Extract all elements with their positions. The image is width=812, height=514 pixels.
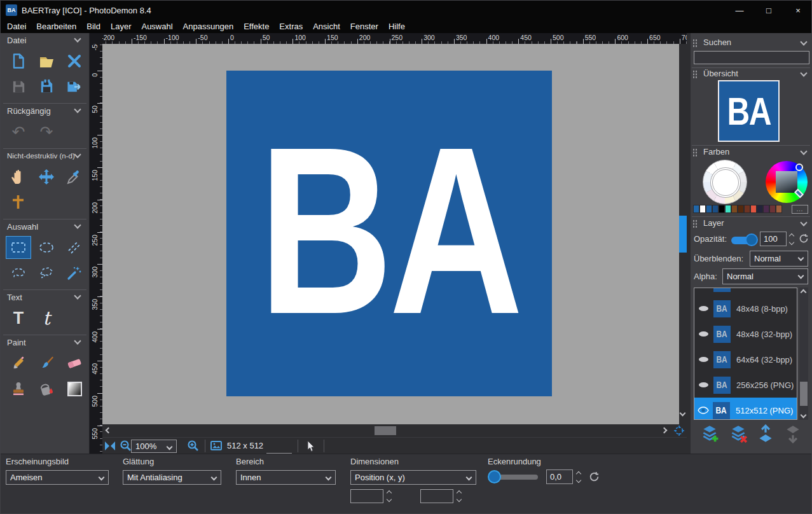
color-picker-tool-button[interactable] <box>62 165 87 188</box>
magic-wand-tool-button[interactable] <box>62 261 87 284</box>
scroll-down-icon[interactable] <box>680 410 686 417</box>
section-file-header[interactable]: Datei <box>3 33 86 47</box>
corner-rounding-slider-knob[interactable] <box>488 470 501 483</box>
corner-rounding-input[interactable]: 0,0 <box>546 469 573 484</box>
drag-grip-icon[interactable] <box>692 39 698 48</box>
advanced-text-tool-button[interactable]: t <box>34 307 59 330</box>
scroll-left-icon[interactable] <box>106 427 112 434</box>
rect-select-tool-button[interactable] <box>6 236 31 259</box>
position-x-input[interactable] <box>350 489 383 503</box>
canvas-viewport[interactable]: BA <box>102 44 679 424</box>
color-swatch[interactable] <box>744 205 750 213</box>
section-text-header[interactable]: Text <box>3 290 86 304</box>
opacity-slider-knob[interactable] <box>745 233 758 246</box>
corner-rounding-reset-icon[interactable] <box>589 471 600 482</box>
color-swatch[interactable] <box>757 205 763 213</box>
eye-closed-icon[interactable] <box>699 382 708 387</box>
dimensions-dropdown[interactable]: Position (x, y) <box>350 470 476 485</box>
scroll-right-icon[interactable] <box>661 427 668 434</box>
more-colors-button[interactable]: ... <box>792 205 808 214</box>
save-as-button[interactable] <box>34 75 59 98</box>
layer-list-scrollbar[interactable] <box>799 288 808 420</box>
color-swatch[interactable] <box>725 205 731 213</box>
layer-list[interactable]: BA BA 48x48 (8-bpp) BA 48x48 (32-bpp) BA… <box>694 288 797 420</box>
new-image-button[interactable] <box>6 50 31 73</box>
layer-row[interactable]: BA 64x64 (32-bpp) <box>694 347 797 372</box>
menu-fenster[interactable]: Fenster <box>345 22 383 31</box>
center-canvas-icon[interactable] <box>673 425 685 436</box>
area-dropdown[interactable]: Innen <box>236 470 336 485</box>
line-select-tool-button[interactable] <box>62 236 87 259</box>
section-undo-header[interactable]: Rückgängig <box>3 104 86 118</box>
menu-layer[interactable]: Layer <box>106 22 137 31</box>
smoothing-dropdown[interactable]: Mit Antialiasing <box>123 470 221 485</box>
open-image-button[interactable] <box>34 50 59 73</box>
color-history-wheel[interactable] <box>703 160 747 204</box>
move-tool-button[interactable] <box>34 165 59 188</box>
layer-row-selected[interactable]: BA 512x512 (PNG) <box>694 398 797 420</box>
sv-marker[interactable] <box>794 189 804 198</box>
search-section-header[interactable]: Suchen <box>691 37 812 50</box>
raise-layer-button[interactable] <box>754 422 777 445</box>
lasso-select-tool-button[interactable] <box>6 261 31 284</box>
vertical-scrollbar-thumb[interactable] <box>679 216 687 253</box>
undo-button[interactable]: ↶ <box>6 120 31 143</box>
crop-tool-button[interactable] <box>6 191 31 214</box>
clone-stamp-tool-button[interactable] <box>6 377 31 400</box>
polygon-select-tool-button[interactable] <box>34 261 59 284</box>
menu-bearbeiten[interactable]: Bearbeiten <box>31 22 81 31</box>
menu-ansicht[interactable]: Ansicht <box>308 22 345 31</box>
position-y-input[interactable] <box>420 489 453 503</box>
opacity-value-input[interactable]: 100 <box>760 232 787 246</box>
horizontal-scrollbar[interactable] <box>102 424 687 437</box>
position-y-spinner[interactable] <box>457 491 461 501</box>
zoom-level-dropdown[interactable]: 100% <box>131 440 177 453</box>
section-selection-header[interactable]: Auswahl <box>3 219 86 233</box>
current-color-hub[interactable] <box>712 169 739 196</box>
minimize-button[interactable]: — <box>725 1 754 20</box>
eraser-tool-button[interactable] <box>62 352 87 375</box>
ellipse-select-tool-button[interactable] <box>34 236 59 259</box>
lower-layer-button[interactable] <box>781 422 804 445</box>
overview-thumbnail[interactable]: BA <box>718 80 780 142</box>
drag-grip-icon[interactable] <box>692 70 698 79</box>
zoom-out-icon[interactable] <box>119 440 132 452</box>
menu-auswahl[interactable]: Auswahl <box>136 22 177 31</box>
menu-datei[interactable]: Datei <box>2 22 31 31</box>
color-swatch[interactable] <box>769 205 776 213</box>
color-swatch[interactable] <box>719 205 725 213</box>
pan-tool-button[interactable] <box>6 165 31 188</box>
color-swatch[interactable] <box>763 205 769 213</box>
layer-row[interactable]: BA 48x48 (32-bpp) <box>694 321 797 347</box>
color-swatch[interactable] <box>750 205 757 213</box>
hue-wheel[interactable] <box>766 161 808 203</box>
image-512x512[interactable]: BA <box>226 71 552 396</box>
horizontal-scrollbar-thumb[interactable] <box>375 426 396 435</box>
menu-bild[interactable]: Bild <box>81 22 106 31</box>
opacity-reset-icon[interactable] <box>799 233 809 244</box>
color-swatch[interactable] <box>699 205 706 213</box>
section-paint-header[interactable]: Paint <box>3 335 86 349</box>
drag-grip-icon[interactable] <box>692 219 698 228</box>
color-swatch[interactable] <box>776 205 782 213</box>
colors-section-header[interactable]: Farben <box>691 146 812 159</box>
search-input[interactable] <box>694 51 809 64</box>
zoom-in-icon[interactable] <box>186 440 199 452</box>
overview-section-header[interactable]: Übersicht <box>691 68 812 81</box>
fill-tool-button[interactable] <box>34 377 59 400</box>
saturation-value-square[interactable] <box>776 171 797 193</box>
add-layer-button[interactable] <box>698 422 721 445</box>
hue-marker[interactable] <box>795 163 803 171</box>
export-button[interactable] <box>62 75 87 98</box>
maximize-button[interactable]: □ <box>754 1 783 20</box>
menu-anpassungen[interactable]: Anpassungen <box>178 22 239 31</box>
scroll-up-icon[interactable] <box>801 289 807 296</box>
eye-closed-icon[interactable] <box>699 306 708 311</box>
appearance-dropdown[interactable]: Ameisen <box>6 470 109 485</box>
eye-closed-icon[interactable] <box>699 331 708 337</box>
alpha-mode-dropdown[interactable]: Normal <box>722 268 808 284</box>
layer-row[interactable]: BA 256x256 (PNG) <box>694 372 797 398</box>
redo-button[interactable]: ↷ <box>34 120 59 143</box>
text-tool-button[interactable]: T <box>6 307 31 330</box>
vertical-scrollbar[interactable] <box>679 44 687 424</box>
